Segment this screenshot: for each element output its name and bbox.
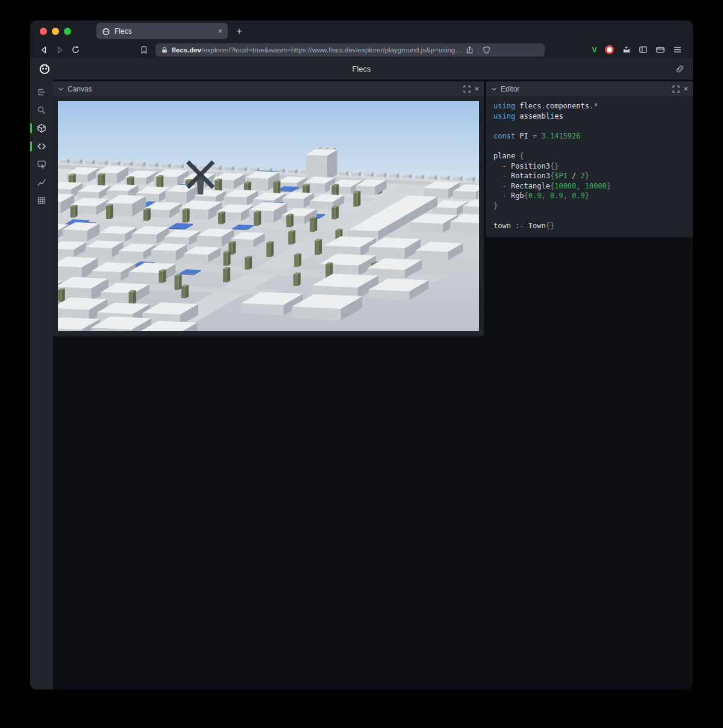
reload-button[interactable]	[67, 43, 83, 57]
page-header: Flecs	[30, 58, 693, 79]
workspace: Canvas ×	[53, 79, 693, 689]
vimium-extension-icon[interactable]: V	[592, 45, 597, 54]
editor-panel: Editor × using flecs.components.*using a…	[486, 81, 693, 237]
sidebar-item-tables-grid[interactable]	[30, 191, 53, 210]
browser-tab[interactable]: Flecs ×	[96, 23, 228, 39]
shield-icon[interactable]	[483, 46, 490, 54]
puzzle-extensions-icon[interactable]	[622, 45, 631, 54]
sidebar-panel-icon[interactable]	[639, 45, 648, 54]
sidebar-item-query-tree[interactable]	[30, 83, 53, 101]
url-domain: flecs.dev	[172, 46, 201, 54]
page-content: Canvas ×	[30, 79, 693, 689]
canvas-3d-scene[interactable]	[58, 101, 479, 331]
chevron-down-icon[interactable]	[58, 86, 64, 92]
new-tab-button[interactable]: +	[236, 25, 242, 37]
sidebar-item-code-editor[interactable]	[30, 137, 53, 155]
back-button[interactable]	[36, 43, 52, 57]
minimize-window-button[interactable]	[52, 28, 59, 35]
canvas-panel-header[interactable]: Canvas ×	[53, 81, 484, 96]
fullscreen-icon[interactable]	[463, 86, 471, 93]
hamburger-menu-icon[interactable]	[673, 45, 682, 54]
sidebar-item-search[interactable]	[30, 101, 53, 119]
tab-title: Flecs	[114, 27, 213, 36]
page-title: Flecs	[30, 64, 693, 73]
canvas-body	[53, 96, 484, 336]
window-controls	[30, 28, 71, 35]
canvas-panel-title: Canvas	[67, 85, 92, 93]
forward-button[interactable]	[52, 43, 67, 57]
wallet-card-icon[interactable]	[656, 45, 665, 54]
tab-close-icon[interactable]: ×	[218, 27, 222, 35]
sidebar-item-inspector[interactable]	[30, 155, 53, 173]
toolbar-extensions: V	[592, 45, 687, 54]
close-window-button[interactable]	[40, 28, 47, 35]
record-dot-extension-icon[interactable]	[605, 45, 614, 54]
left-sidebar	[30, 79, 53, 689]
browser-window: Flecs × + flecs.dev/explorer/?local=true…	[30, 20, 693, 689]
canvas-close-icon[interactable]: ×	[474, 85, 479, 93]
url-bar[interactable]: flecs.dev/explorer/?local=true&wasm=http…	[155, 43, 545, 57]
editor-code[interactable]: using flecs.components.*using assemblies…	[486, 96, 693, 237]
url-path: /explorer/?local=true&wasm=https://www.f…	[201, 46, 462, 54]
tab-favicon-flecs-logo-icon	[102, 27, 110, 36]
share-icon[interactable]	[466, 46, 474, 54]
chevron-down-icon[interactable]	[491, 86, 497, 92]
padlock-icon	[161, 46, 168, 54]
zoom-window-button[interactable]	[64, 28, 71, 35]
url-bar-divider	[478, 46, 478, 54]
bookmark-icon[interactable]	[136, 43, 152, 57]
sidebar-item-statistics-chart[interactable]	[30, 173, 53, 191]
navigation-bar: flecs.dev/explorer/?local=true&wasm=http…	[30, 42, 693, 58]
tab-bar: Flecs × +	[30, 20, 693, 42]
sidebar-item-entities-cube[interactable]	[30, 119, 53, 137]
editor-close-icon[interactable]: ×	[683, 85, 688, 93]
editor-panel-title: Editor	[501, 85, 519, 93]
editor-panel-header[interactable]: Editor ×	[486, 81, 693, 96]
fullscreen-icon[interactable]	[672, 86, 680, 93]
canvas-panel: Canvas ×	[53, 81, 484, 336]
